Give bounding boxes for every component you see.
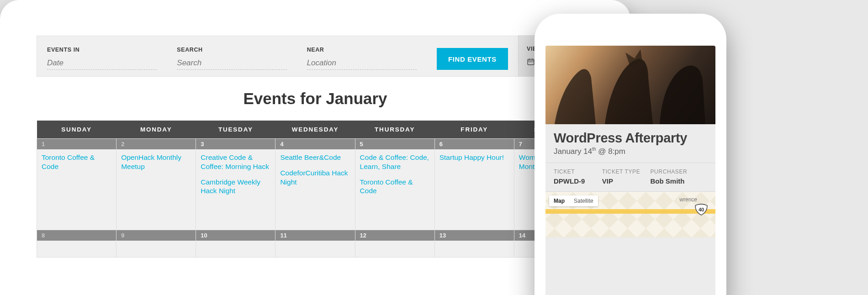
calendar-day-cell[interactable]: 9 (116, 230, 196, 258)
calendar-day-cell[interactable]: 8 (37, 230, 116, 258)
day-header: WEDNESDAY (275, 121, 355, 139)
day-header: THURSDAY (355, 121, 434, 139)
find-events-group: FIND EVENTS (427, 48, 518, 70)
calendar-day-cell[interactable]: 10 (196, 230, 275, 258)
event-link[interactable]: Cambridge Weekly Hack Night (201, 178, 270, 196)
events-in-label: EVENTS IN (47, 47, 157, 53)
date-input[interactable] (47, 57, 157, 70)
ticket-details-row: TICKET DPWLD-9 TICKET TYPE VIP PURCHASER… (545, 163, 715, 192)
phone-screen: WordPress Afterparty January 14th @ 8:pm… (545, 46, 715, 295)
event-date-prefix: January 14 (554, 147, 592, 156)
page-title: Events for January (37, 90, 594, 108)
map-road-icon (545, 209, 715, 214)
search-label: SEARCH (177, 47, 286, 53)
svg-point-4 (529, 62, 530, 63)
calendar-day-cell[interactable]: 2 OpenHack Monthly Meetup (116, 139, 196, 230)
location-input[interactable] (307, 57, 417, 70)
ticket-type-label: TICKET TYPE (602, 169, 646, 175)
ticket-id-value: DPWLD-9 (554, 177, 598, 185)
day-number: 12 (355, 230, 434, 241)
map-type-toggle: Map Satellite (549, 195, 598, 206)
day-header: SUNDAY (37, 121, 116, 139)
calendar-week-row: 1 Toronto Coffee & Code 2 OpenHack Month… (37, 139, 594, 230)
calendar-day-cell[interactable]: 13 (434, 230, 514, 258)
calendar-week-row: 8 9 10 11 12 13 14 (37, 230, 594, 258)
purchaser-group: PURCHASER Bob Smith (651, 169, 707, 185)
calendar-day-cell[interactable]: 12 (355, 230, 434, 258)
event-link[interactable]: Startup Happy Hour! (439, 153, 509, 162)
calendar-icon (527, 58, 535, 66)
purchaser-value: Bob Smith (651, 177, 707, 185)
calendar-day-cell[interactable]: 6 Startup Happy Hour! (434, 139, 514, 230)
event-search-bar: EVENTS IN SEARCH NEAR FIND EVENTS VIEW A… (37, 36, 594, 77)
day-number: 10 (196, 230, 275, 241)
map-city-label: wrence (679, 196, 697, 203)
event-hero-image (545, 46, 715, 124)
day-header: TUESDAY (196, 121, 275, 139)
event-datetime: January 14th @ 8:pm (545, 147, 715, 163)
day-header: FRIDAY (434, 121, 514, 139)
calendar-grid: SUNDAY MONDAY TUESDAY WEDNESDAY THURSDAY… (37, 121, 594, 258)
map-toggle-map[interactable]: Map (549, 195, 569, 206)
calendar-header-row: SUNDAY MONDAY TUESDAY WEDNESDAY THURSDAY… (37, 121, 594, 139)
day-number: 4 (275, 139, 355, 149)
search-input[interactable] (177, 57, 286, 70)
near-label: NEAR (307, 47, 417, 53)
day-number: 1 (37, 139, 116, 149)
svg-point-5 (530, 62, 531, 63)
day-number: 11 (275, 230, 355, 241)
event-title: WordPress Afterparty (545, 124, 715, 147)
events-in-field-group: EVENTS IN (37, 47, 167, 70)
event-link[interactable]: Code & Coffee: Code, Learn, Share (360, 153, 430, 171)
event-link[interactable]: Toronto Coffee & Code (42, 153, 111, 171)
event-link[interactable]: Creative Code & Coffee: Morning Hack (201, 153, 270, 171)
calendar-day-cell[interactable]: 11 (275, 230, 355, 258)
purchaser-label: PURCHASER (651, 169, 707, 175)
calendar-day-cell[interactable]: 4 Seattle Beer&Code CodeforCuritiba Hack… (275, 139, 355, 230)
ticket-type-value: VIP (602, 177, 646, 185)
ticket-type-group: TICKET TYPE VIP (602, 169, 646, 185)
svg-text:40: 40 (699, 207, 704, 212)
event-link[interactable]: CodeforCuritiba Hack Night (280, 169, 350, 187)
phone-device-frame: WordPress Afterparty January 14th @ 8:pm… (535, 14, 726, 295)
near-field-group: NEAR (297, 47, 427, 70)
calendar-day-cell[interactable]: 1 Toronto Coffee & Code (37, 139, 116, 230)
day-header: MONDAY (116, 121, 196, 139)
event-link[interactable]: Seattle Beer&Code (280, 153, 350, 162)
highway-shield-icon: 40 (694, 204, 708, 216)
find-events-button[interactable]: FIND EVENTS (437, 48, 508, 70)
calendar-day-cell[interactable]: 3 Creative Code & Coffee: Morning Hack C… (196, 139, 275, 230)
event-link[interactable]: Toronto Coffee & Code (360, 178, 430, 196)
day-number: 9 (116, 230, 196, 241)
event-map[interactable]: Map Satellite wrence 40 (545, 192, 715, 237)
day-number: 6 (435, 139, 514, 149)
day-number: 2 (116, 139, 196, 149)
event-link[interactable]: OpenHack Monthly Meetup (121, 153, 191, 171)
ticket-id-group: TICKET DPWLD-9 (554, 169, 598, 185)
ticket-id-label: TICKET (554, 169, 598, 175)
day-number: 8 (37, 230, 116, 241)
day-number: 13 (435, 230, 514, 241)
day-number: 5 (355, 139, 434, 149)
calendar-day-cell[interactable]: 5 Code & Coffee: Code, Learn, Share Toro… (355, 139, 434, 230)
search-field-group: SEARCH (167, 47, 296, 70)
day-number: 3 (196, 139, 275, 149)
map-toggle-satellite[interactable]: Satellite (569, 195, 598, 206)
svg-point-6 (532, 62, 533, 63)
event-date-suffix: @ 8:pm (596, 147, 625, 156)
